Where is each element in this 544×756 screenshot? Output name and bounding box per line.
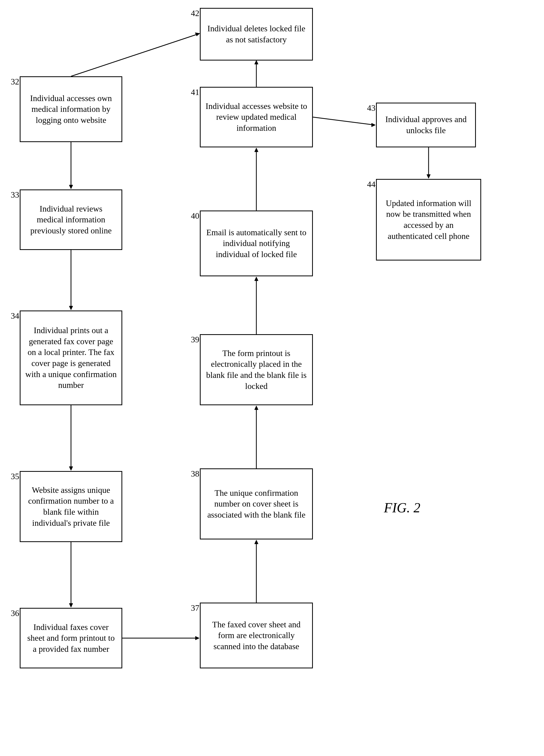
label-37: 37 bbox=[191, 603, 199, 613]
label-44: 44 bbox=[367, 179, 375, 189]
box-41-text: Individual accesses website to review up… bbox=[205, 101, 307, 134]
svg-marker-9 bbox=[195, 636, 199, 640]
box-33-text: Individual reviews medical information p… bbox=[25, 203, 117, 236]
box-40: Email is automatically sent to individua… bbox=[200, 211, 313, 276]
box-40-text: Email is automatically sent to individua… bbox=[205, 227, 307, 260]
diagram: Individual deletes locked file as not sa… bbox=[0, 0, 544, 756]
label-36: 36 bbox=[11, 608, 19, 618]
svg-marker-19 bbox=[255, 60, 258, 64]
box-44: Updated information will now be transmit… bbox=[376, 179, 481, 261]
svg-marker-17 bbox=[255, 148, 258, 152]
label-35: 35 bbox=[11, 472, 19, 481]
box-35: Website assigns unique confirmation numb… bbox=[20, 471, 122, 542]
label-40: 40 bbox=[191, 211, 199, 221]
svg-marker-11 bbox=[255, 540, 258, 544]
svg-marker-23 bbox=[427, 174, 430, 178]
label-41: 41 bbox=[191, 87, 199, 97]
box-39: The form printout is electronically plac… bbox=[200, 334, 313, 405]
box-42: Individual deletes locked file as not sa… bbox=[200, 8, 313, 61]
box-39-text: The form printout is electronically plac… bbox=[205, 348, 307, 392]
box-32-text: Individual accesses own medical informat… bbox=[25, 93, 117, 126]
svg-line-24 bbox=[71, 34, 199, 76]
svg-marker-1 bbox=[69, 185, 73, 189]
box-35-text: Website assigns unique confirmation numb… bbox=[25, 485, 117, 528]
svg-marker-21 bbox=[371, 123, 375, 127]
box-36: Individual faxes cover sheet and form pr… bbox=[20, 608, 122, 668]
svg-marker-25 bbox=[195, 33, 200, 36]
box-42-text: Individual deletes locked file as not sa… bbox=[205, 23, 307, 45]
box-43: Individual approves and unlocks file bbox=[376, 103, 476, 147]
label-33: 33 bbox=[11, 190, 19, 200]
svg-marker-13 bbox=[255, 406, 258, 410]
box-33: Individual reviews medical information p… bbox=[20, 189, 122, 250]
box-38-text: The unique confirmation number on cover … bbox=[205, 488, 307, 520]
box-43-text: Individual approves and unlocks file bbox=[381, 114, 470, 136]
box-34: Individual prints out a generated fax co… bbox=[20, 311, 122, 405]
box-32: Individual accesses own medical informat… bbox=[20, 76, 122, 142]
label-43: 43 bbox=[367, 103, 375, 113]
label-32: 32 bbox=[11, 77, 19, 87]
box-44-text: Updated information will now be transmit… bbox=[381, 198, 476, 242]
box-38: The unique confirmation number on cover … bbox=[200, 468, 313, 539]
fig-label: FIG. 2 bbox=[384, 500, 420, 515]
label-42: 42 bbox=[191, 8, 199, 18]
label-38: 38 bbox=[191, 469, 199, 479]
box-37: The faxed cover sheet and form are elect… bbox=[200, 603, 313, 668]
svg-marker-15 bbox=[255, 277, 258, 281]
label-34: 34 bbox=[11, 311, 19, 321]
svg-marker-3 bbox=[69, 306, 73, 310]
svg-marker-7 bbox=[69, 603, 73, 607]
box-34-text: Individual prints out a generated fax co… bbox=[25, 325, 117, 391]
label-39: 39 bbox=[191, 335, 199, 344]
svg-marker-5 bbox=[69, 467, 73, 470]
box-36-text: Individual faxes cover sheet and form pr… bbox=[25, 622, 117, 655]
svg-line-20 bbox=[313, 117, 375, 125]
box-41: Individual accesses website to review up… bbox=[200, 87, 313, 147]
box-37-text: The faxed cover sheet and form are elect… bbox=[205, 619, 307, 652]
